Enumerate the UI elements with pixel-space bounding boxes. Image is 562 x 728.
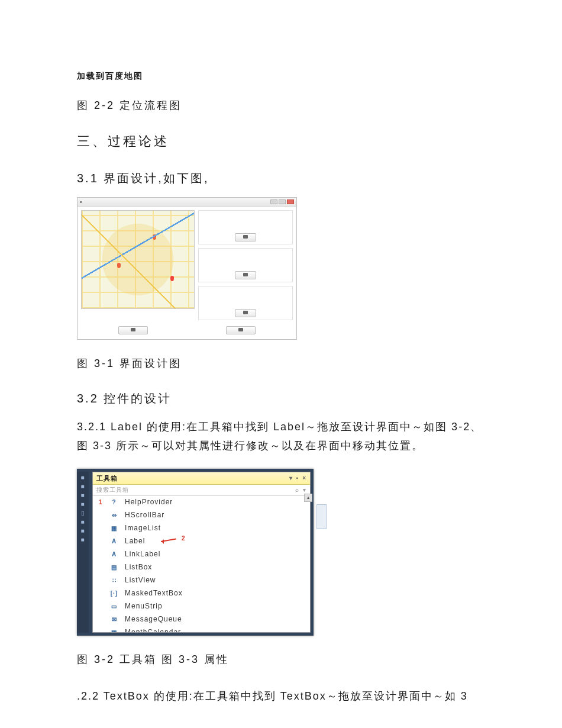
window-footer (77, 324, 296, 339)
textbox-slot[interactable] (198, 248, 293, 282)
section-3-heading: 三、过程论述 (77, 133, 485, 150)
dropdown-icon[interactable]: ▾ (289, 472, 293, 484)
close-icon[interactable] (287, 199, 294, 204)
sidebar-glyph-icon: ■ (77, 527, 89, 534)
sidebar-glyph-icon: ■ (77, 518, 89, 525)
item-label: ImageList (125, 524, 161, 532)
item-label: ListBox (125, 563, 152, 571)
toolbox-item-linklabel[interactable]: A LinkLabel (93, 548, 310, 561)
adjacent-panel-edge (316, 504, 327, 529)
toolbox-item-messagequeue[interactable]: ✉ MessageQueue (93, 613, 310, 626)
vs-side-tabs: ■ ■ ■ ■ ▯ ■ ■ ■ (77, 472, 89, 633)
minimize-icon[interactable] (270, 199, 277, 204)
item-icon: ∷ (109, 576, 119, 584)
item-label: ListView (125, 576, 156, 584)
paragraph-3-2-2: .2.2 TextBox 的使用:在工具箱中找到 TextBox～拖放至设计界面… (77, 687, 485, 706)
toolbox-item-menustrip[interactable]: ▭ MenuStrip (93, 600, 310, 613)
figure-3-1-caption: 图 3-1 界面设计图 (77, 356, 485, 371)
footer-button-right[interactable] (226, 326, 256, 334)
window-title: ■ (80, 200, 83, 204)
item-icon: ⇔ (109, 511, 119, 519)
document-page: 加载到百度地图 图 2-2 定位流程图 三、过程论述 3.1 界面设计,如下图,… (0, 0, 562, 728)
toolbox-panel: 工具箱 ▾ ▪ × 搜索工具箱 ⌕ ▾ ▴ 1 ? HelpP (92, 472, 311, 633)
map-pane[interactable] (81, 210, 195, 309)
toolbox-item-helpprovider[interactable]: 1 ? HelpProvider (93, 496, 310, 509)
maximize-icon[interactable] (279, 199, 286, 204)
item-icon: [·] (109, 589, 119, 597)
textbox-slot[interactable] (198, 210, 293, 244)
toolbox-search-placeholder: 搜索工具箱 (96, 486, 129, 494)
toolbox-list: ▴ 1 ? HelpProvider ⇔ HScrollBar ▦ ImageL… (93, 496, 310, 632)
clear-search-icon[interactable]: ⌕ ▾ (295, 487, 306, 493)
item-icon: ? (109, 498, 119, 506)
item-label: Label (125, 537, 145, 545)
toolbox-item-listview[interactable]: ∷ ListView (93, 574, 310, 587)
toolbox-titlebar: 工具箱 ▾ ▪ × (93, 472, 310, 485)
sidebar-glyph-icon: ■ (77, 483, 89, 489)
callout-marker-1: 1 (99, 499, 103, 505)
item-icon: ▤ (109, 563, 119, 571)
map-pin-icon (117, 263, 121, 268)
sidebar-glyph-icon: ■ (77, 501, 89, 507)
figure-2-2-caption: 图 2-2 定位流程图 (77, 98, 485, 112)
item-label: HelpProvider (125, 498, 173, 506)
footer-button-left[interactable] (118, 326, 148, 334)
figure-3-2-3-3-caption: 图 3-2 工具箱 图 3-3 属性 (77, 652, 485, 666)
search-icon: ⌕ (295, 487, 299, 493)
callout-marker-2: 2 (182, 535, 186, 542)
sidebar-glyph-icon: ■ (77, 536, 89, 543)
toolbox-title-actions: ▾ ▪ × (289, 472, 306, 484)
item-label: MonthCalendar (125, 628, 181, 632)
overline-text: 加载到百度地图 (77, 71, 485, 82)
item-icon: ▭ (109, 602, 119, 610)
map-pin-icon (153, 234, 156, 240)
item-icon: ▦ (109, 628, 119, 632)
item-icon: ✉ (109, 615, 119, 623)
close-icon[interactable]: × (302, 472, 306, 484)
toolbox-title: 工具箱 (96, 472, 118, 484)
small-button[interactable] (235, 309, 256, 317)
toolbox-item-listbox[interactable]: ▤ ListBox (93, 561, 310, 574)
item-label: LinkLabel (125, 550, 160, 558)
item-label: MessageQueue (125, 615, 182, 623)
small-button[interactable] (235, 271, 256, 279)
window-body (77, 207, 296, 324)
paragraph-3-2-1: 3.2.1 Label 的使用:在工具箱中找到 Label～拖放至设计界面中～如… (77, 417, 485, 456)
autohide-pin-icon[interactable]: ▪ (296, 472, 299, 484)
section-3-1-heading: 3.1 界面设计,如下图, (77, 170, 485, 186)
callout-arrow-icon (161, 537, 179, 545)
sidebar-glyph-icon: ■ (77, 474, 89, 481)
sidebar-glyph-icon: ▯ (77, 510, 89, 516)
item-icon: ▦ (109, 524, 119, 532)
sidebar-glyph-icon: ■ (77, 492, 89, 498)
item-icon: A (109, 537, 119, 545)
toolbox-item-maskedtextbox[interactable]: [·] MaskedTextBox (93, 587, 310, 600)
right-pane (198, 210, 293, 320)
window-controls (270, 199, 294, 204)
toolbox-item-monthcalendar[interactable]: ▦ MonthCalendar (93, 626, 310, 632)
textbox-slot[interactable] (198, 286, 293, 320)
item-label: MaskedTextBox (125, 589, 183, 597)
toolbox-item-hscrollbar[interactable]: ⇔ HScrollBar (93, 509, 310, 522)
section-3-2-heading: 3.2 控件的设计 (77, 391, 485, 407)
toolbox-item-imagelist[interactable]: ▦ ImageList (93, 522, 310, 535)
toolbox-item-label[interactable]: A Label 2 (93, 535, 310, 548)
item-label: HScrollBar (125, 511, 164, 519)
small-button[interactable] (235, 233, 256, 241)
item-label: MenuStrip (125, 602, 163, 610)
figure-3-1-app-window: ■ (77, 197, 297, 340)
figure-3-2-toolbox: ■ ■ ■ ■ ▯ ■ ■ ■ 工具箱 ▾ ▪ × 搜索工具箱 ⌕ (77, 469, 314, 636)
window-titlebar: ■ (77, 198, 296, 207)
map-pin-icon (170, 276, 174, 281)
item-icon: A (109, 550, 119, 558)
toolbox-search[interactable]: 搜索工具箱 ⌕ ▾ (93, 485, 310, 496)
